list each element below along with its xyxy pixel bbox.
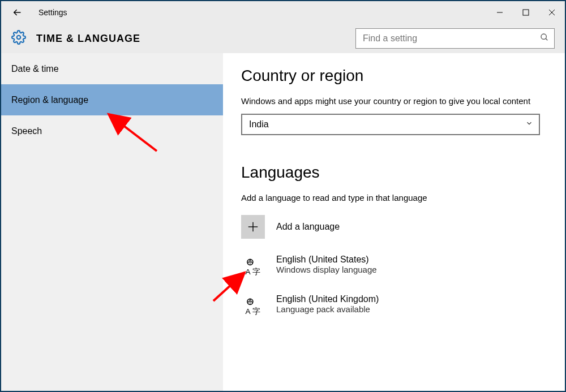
svg-line-7 (546, 38, 547, 40)
languages-section: Languages Add a language to read and typ… (241, 163, 555, 318)
language-name: English (United States) (276, 255, 377, 265)
settings-window: Settings TIME & LANGUAGE (0, 0, 566, 392)
sidebar-item-speech[interactable]: Speech (1, 115, 223, 147)
plus-icon (241, 215, 265, 239)
maximize-button[interactable] (513, 1, 539, 24)
sidebar-item-region-language[interactable]: Region & language (1, 84, 223, 115)
header-bar: TIME & LANGUAGE (1, 24, 565, 53)
sidebar-item-label: Speech (11, 126, 42, 136)
language-icon: A 字 (241, 255, 265, 278)
sidebar-item-label: Date & time (11, 64, 59, 74)
language-sub: Language pack available (276, 304, 379, 314)
back-arrow-icon (12, 7, 22, 18)
minimize-button[interactable] (487, 1, 513, 24)
svg-text:字: 字 (252, 268, 260, 276)
language-icon: A 字 (241, 294, 265, 318)
sidebar-item-label: Region & language (11, 95, 88, 105)
language-item-en-uk[interactable]: A 字 English (United Kingdom) Language pa… (241, 294, 555, 318)
minimize-icon (496, 9, 503, 16)
titlebar: Settings (1, 1, 565, 24)
window-controls (487, 1, 565, 24)
country-combo[interactable]: India (241, 114, 540, 135)
section-desc-languages: Add a language to read and type in that … (241, 192, 555, 204)
titlebar-left: Settings (7, 2, 67, 23)
window-title: Settings (38, 8, 67, 17)
section-desc-region: Windows and apps might use your country … (241, 95, 555, 107)
svg-text:A: A (245, 268, 251, 276)
sidebar-item-date-time[interactable]: Date & time (1, 53, 223, 84)
chevron-down-icon (525, 119, 533, 130)
maximize-icon (522, 9, 529, 16)
section-title-region: Country or region (241, 67, 555, 85)
section-title-languages: Languages (241, 163, 555, 182)
svg-point-5 (17, 36, 21, 40)
close-icon (548, 9, 555, 16)
search-wrap (355, 28, 555, 49)
search-input[interactable] (355, 28, 555, 49)
language-texts: English (United Kingdom) Language pack a… (276, 294, 379, 314)
add-language-button[interactable]: Add a language (241, 215, 555, 239)
close-button[interactable] (539, 1, 565, 24)
gear-icon (11, 30, 26, 47)
svg-point-6 (541, 34, 546, 39)
language-name: English (United Kingdom) (276, 294, 379, 304)
content-area: Country or region Windows and apps might… (223, 53, 565, 391)
page-title: TIME & LANGUAGE (36, 33, 140, 45)
country-combo-value: India (249, 119, 269, 130)
language-item-en-us[interactable]: A 字 English (United States) Windows disp… (241, 255, 555, 278)
language-texts: English (United States) Windows display … (276, 255, 377, 274)
svg-text:字: 字 (252, 307, 260, 316)
back-button[interactable] (7, 2, 27, 23)
svg-rect-2 (523, 10, 529, 15)
language-sub: Windows display language (276, 265, 377, 274)
sidebar: Date & time Region & language Speech (1, 53, 223, 391)
add-language-label: Add a language (276, 222, 340, 232)
body-area: Date & time Region & language Speech Cou… (1, 53, 565, 391)
svg-text:A: A (245, 307, 251, 316)
search-icon (540, 33, 549, 44)
header-left: TIME & LANGUAGE (11, 30, 140, 47)
